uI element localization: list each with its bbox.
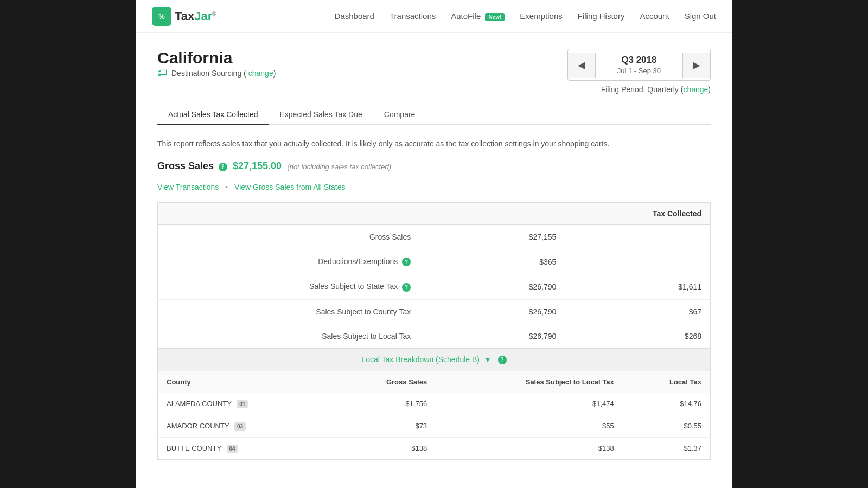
gross-sales-note: (not including sales tax collected) — [288, 163, 392, 171]
county-badge: 04 — [227, 445, 238, 453]
nav-sign-out[interactable]: Sign Out — [685, 11, 716, 21]
row-label: Sales Subject to County Tax — [158, 299, 420, 324]
table-row: Sales Subject to Local Tax $26,790 $268 — [158, 324, 711, 348]
county-local-tax: $1.37 — [623, 437, 711, 459]
county-gross-sales: $1,756 — [333, 393, 436, 415]
navigation: % TaxJar® Dashboard Transactions AutoFil… — [136, 0, 732, 33]
filing-period-change-link[interactable]: change — [683, 85, 708, 94]
view-transactions-link[interactable]: View Transactions — [157, 183, 219, 191]
page-header: California 🏷 Destination Sourcing (chang… — [157, 49, 711, 94]
nav-exemptions[interactable]: Exemptions — [520, 11, 562, 21]
period-next-button[interactable]: ▶ — [682, 53, 710, 78]
gross-sales-section: Gross Sales ? $27,155.00 (not including … — [157, 160, 711, 172]
gross-sales-help-icon[interactable]: ? — [219, 163, 227, 171]
county-badge: 03 — [234, 422, 246, 431]
schedule-b-help-icon[interactable]: ? — [498, 356, 507, 364]
row-amount: $26,790 — [419, 299, 565, 324]
row-amount: $365 — [419, 249, 565, 274]
row-amount: $27,155 — [419, 225, 565, 249]
county-row: AMADOR COUNTY 03 $73 $55 $0.55 — [158, 415, 711, 437]
table-row: Deductions/Exemptions ? $365 — [158, 249, 711, 274]
county-local-tax: $14.76 — [623, 393, 711, 415]
county-name: BUTTE COUNTY 04 — [158, 437, 333, 459]
table-row: Sales Subject to County Tax $26,790 $67 — [158, 299, 711, 324]
county-gross-sales: $138 — [333, 437, 436, 459]
view-links-separator: • — [225, 183, 228, 191]
th-amount — [419, 203, 565, 225]
county-name: AMADOR COUNTY 03 — [158, 415, 333, 437]
tab-compare[interactable]: Compare — [373, 105, 426, 125]
tab-expected[interactable]: Expected Sales Tax Due — [269, 105, 373, 125]
row-label: Sales Subject to State Tax ? — [158, 274, 420, 299]
county-gross-sales: $73 — [333, 415, 436, 437]
logo-icon: % — [152, 7, 171, 26]
county-subject: $55 — [436, 415, 623, 437]
row-tax: $268 — [565, 324, 710, 348]
county-local-tax: $0.55 — [623, 415, 711, 437]
autofile-badge: New! — [485, 13, 505, 21]
th-county: County — [158, 371, 333, 393]
th-local-tax: Local Tax — [623, 371, 711, 393]
sourcing-label: Destination Sourcing — [171, 69, 241, 78]
nav-dashboard[interactable]: Dashboard — [335, 11, 374, 21]
period-prev-button[interactable]: ◀ — [568, 53, 596, 78]
county-name: ALAMEDA COUNTY 01 — [158, 393, 333, 415]
filing-period: Filing Period: Quarterly (change) — [601, 85, 711, 94]
title-section: California 🏷 Destination Sourcing (chang… — [157, 49, 276, 87]
logo: % TaxJar® — [152, 7, 216, 26]
schedule-b-row: Local Tax Breakdown (Schedule B) ▼ ? — [158, 349, 711, 371]
nav-filing-history[interactable]: Filing History — [578, 11, 625, 21]
county-subject: $1,474 — [436, 393, 623, 415]
tabs: Actual Sales Tax Collected Expected Sale… — [157, 105, 711, 125]
period-dates: Jul 1 - Sep 30 — [617, 67, 661, 75]
sourcing-icon: 🏷 — [157, 67, 167, 79]
schedule-b-cell: Local Tax Breakdown (Schedule B) ▼ ? — [158, 349, 711, 371]
th-empty — [158, 203, 420, 225]
period-navigator: ◀ Q3 2018 Jul 1 - Sep 30 ▶ — [567, 49, 711, 81]
view-links: View Transactions • View Gross Sales fro… — [157, 183, 711, 191]
tab-actual[interactable]: Actual Sales Tax Collected — [157, 105, 269, 125]
county-subject: $138 — [436, 437, 623, 459]
sourcing-change-link[interactable]: change — [248, 69, 273, 78]
county-row: BUTTE COUNTY 04 $138 $138 $1.37 — [158, 437, 711, 459]
row-tax — [565, 225, 710, 249]
row-tax: $1,611 — [565, 274, 710, 299]
row-tax — [565, 249, 710, 274]
schedule-b-link[interactable]: Local Tax Breakdown (Schedule B) — [361, 355, 480, 364]
row-label: Gross Sales — [158, 225, 420, 249]
table-row: Gross Sales $27,155 — [158, 225, 711, 249]
gross-sales-amount: $27,155.00 — [233, 160, 282, 171]
county-table-header: County Gross Sales Sales Subject to Loca… — [158, 371, 711, 393]
row-label: Deductions/Exemptions ? — [158, 249, 420, 274]
sourcing-row: 🏷 Destination Sourcing (change) — [157, 67, 276, 79]
schedule-b-dropdown-icon: ▼ — [484, 355, 492, 364]
sales-table: Tax Collected Gross Sales $27,155 Deduct… — [157, 202, 711, 349]
th-subject: Sales Subject to Local Tax — [436, 371, 623, 393]
row-tax: $67 — [565, 299, 710, 324]
nav-transactions[interactable]: Transactions — [390, 11, 436, 21]
view-gross-sales-link[interactable]: View Gross Sales from All States — [234, 183, 345, 191]
nav-autofile[interactable]: AutoFile New! — [451, 11, 505, 21]
right-section: ◀ Q3 2018 Jul 1 - Sep 30 ▶ Filing Period… — [567, 49, 711, 94]
nav-account[interactable]: Account — [640, 11, 669, 21]
page-content: California 🏷 Destination Sourcing (chang… — [136, 33, 732, 476]
row-label: Sales Subject to Local Tax — [158, 324, 420, 348]
deductions-help-icon[interactable]: ? — [402, 258, 411, 266]
table-row: Sales Subject to State Tax ? $26,790 $1,… — [158, 274, 711, 299]
state-tax-help-icon[interactable]: ? — [402, 283, 411, 292]
sourcing-paren: ( — [241, 69, 246, 78]
county-table: County Gross Sales Sales Subject to Loca… — [157, 371, 711, 460]
row-amount: $26,790 — [419, 324, 565, 348]
svg-text:%: % — [158, 12, 165, 21]
info-text: This report reflects sales tax that you … — [157, 138, 711, 150]
gross-sales-label: Gross Sales — [157, 160, 214, 171]
county-row: ALAMEDA COUNTY 01 $1,756 $1,474 $14.76 — [158, 393, 711, 415]
page-title: California — [157, 49, 276, 67]
nav-links: Dashboard Transactions AutoFile New! Exe… — [335, 11, 716, 21]
period-info: Q3 2018 Jul 1 - Sep 30 — [596, 49, 682, 80]
data-table-wrapper: Tax Collected Gross Sales $27,155 Deduct… — [157, 202, 711, 460]
logo-text: TaxJar® — [175, 9, 216, 23]
row-amount: $26,790 — [419, 274, 565, 299]
sourcing-paren2: ) — [273, 69, 276, 78]
period-quarter: Q3 2018 — [617, 55, 661, 66]
